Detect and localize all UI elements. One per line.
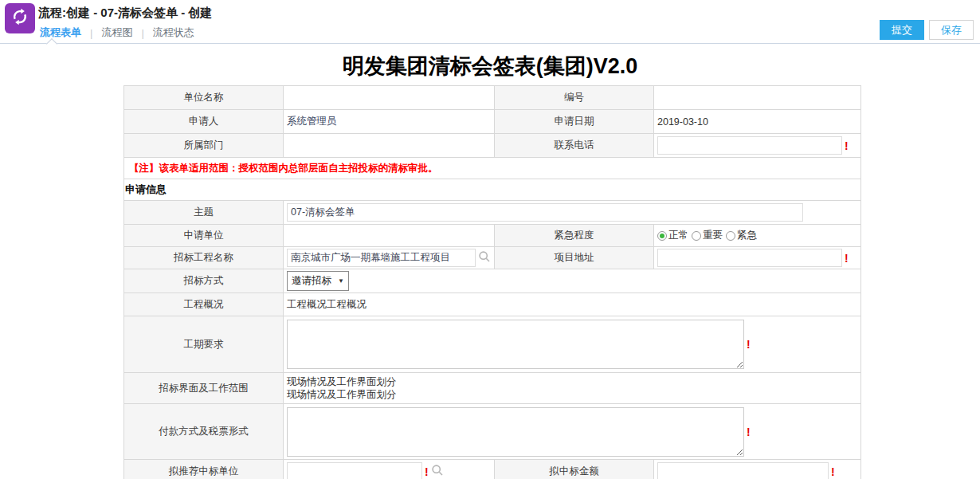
department-value [284, 134, 495, 158]
magnifier-icon[interactable] [478, 250, 491, 265]
table-row: 申请人 系统管理员 申请日期 2019-03-10 [124, 110, 861, 134]
proposed-amount-input[interactable] [657, 462, 829, 479]
radio-label: 正常 [668, 229, 688, 242]
tender-method-label: 招标方式 [124, 269, 284, 293]
subject-input[interactable] [287, 203, 803, 222]
required-mark: ! [845, 253, 849, 264]
submit-button[interactable]: 提交 [880, 20, 924, 40]
tab-process-status[interactable]: 流程状态 [151, 26, 196, 40]
tab-separator: | [90, 27, 92, 39]
table-row: 申请信息 [124, 179, 861, 201]
table-row: 主题 [124, 201, 861, 225]
urgency-option-important[interactable]: 重要 [692, 229, 723, 242]
chevron-down-icon: ▼ [338, 277, 344, 285]
table-row: 工程概况 工程概况工程概况 [124, 293, 861, 316]
required-mark: ! [425, 466, 429, 477]
table-row: 招标工程名称 项目地址 ! [124, 247, 861, 269]
proposed-amount-label: 拟中标金额 [495, 460, 654, 479]
tender-method-select[interactable]: 邀请招标 ▼ [287, 271, 349, 291]
urgency-radio-group: 正常 重要 紧急 [657, 229, 857, 242]
table-row: 单位名称 编号 [124, 86, 861, 110]
apply-date-label: 申请日期 [495, 110, 654, 134]
project-address-label: 项目地址 [495, 247, 654, 269]
project-address-input[interactable] [657, 249, 842, 267]
payment-method-textarea[interactable] [287, 407, 744, 457]
duration-requirement-label: 工期要求 [124, 316, 284, 373]
radio-icon[interactable] [692, 231, 701, 241]
table-row: 【注】该表单适用范围：授权范围内总部层面自主招投标的清标审批。 [124, 158, 861, 179]
applicant-label: 申请人 [124, 110, 284, 134]
unit-name-value [284, 86, 495, 110]
radio-label: 紧急 [737, 229, 757, 242]
magnifier-icon[interactable] [431, 464, 444, 479]
project-overview-value: 工程概况工程概况 [284, 293, 861, 316]
radio-label: 重要 [703, 229, 723, 242]
radio-selected-icon[interactable] [657, 231, 667, 241]
table-row: 付款方式及税票形式 ! [124, 404, 861, 460]
serial-no-label: 编号 [495, 86, 654, 110]
required-mark: ! [747, 426, 751, 438]
applicant-value: 系统管理员 [284, 110, 495, 134]
proposed-winner-input[interactable] [287, 462, 422, 479]
table-row: 拟推荐中标单位 ! 拟中标金额 ! [124, 460, 861, 479]
apply-unit-label: 中请单位 [124, 225, 284, 247]
table-row: 中请单位 紧急程度 正常 重要 紧急 [124, 225, 861, 247]
unit-name-label: 单位名称 [124, 86, 284, 110]
table-row: 工期要求 ! [124, 316, 861, 373]
radio-icon[interactable] [726, 231, 735, 241]
required-mark: ! [831, 466, 835, 477]
project-overview-label: 工程概况 [124, 293, 284, 316]
urgency-option-urgent[interactable]: 紧急 [726, 229, 757, 242]
table-row: 招标界面及工作范围 现场情况及工作界面划分 现场情况及工作界面划分 [124, 373, 861, 404]
workflow-logo [5, 3, 35, 33]
serial-no-value [654, 86, 861, 110]
proposed-winner-label: 拟推荐中标单位 [124, 460, 284, 479]
payment-method-label: 付款方式及税票形式 [124, 404, 284, 460]
tender-project-name-input[interactable] [287, 249, 476, 267]
sync-arrows-icon [10, 6, 30, 30]
tab-process-diagram[interactable]: 流程图 [100, 26, 134, 40]
header-bar: 流程:创建 - 07-清标会签单 - 创建 流程表单 | 流程图 | 流程状态 … [0, 0, 980, 44]
save-button[interactable]: 保存 [929, 20, 974, 40]
header-actions: 提交 保存 [880, 20, 974, 40]
tab-separator: | [141, 27, 143, 39]
tender-scope-line: 现场情况及工作界面划分 [287, 375, 857, 388]
urgency-label: 紧急程度 [495, 225, 654, 247]
form-title: 明发集团清标会签表(集团)V2.0 [0, 44, 980, 85]
tab-process-form[interactable]: 流程表单 [38, 26, 83, 40]
contact-phone-label: 联系电话 [495, 134, 654, 158]
tender-scope-line: 现场情况及工作界面划分 [287, 388, 857, 401]
apply-unit-value [284, 225, 495, 247]
table-row: 所属部门 联系电话 ! [124, 134, 861, 158]
subject-label: 主题 [124, 201, 284, 225]
tab-bar: 流程表单 | 流程图 | 流程状态 [38, 26, 196, 40]
contact-phone-input[interactable] [657, 136, 842, 155]
table-row: 招标方式 邀请招标 ▼ [124, 269, 861, 293]
tender-scope-value: 现场情况及工作界面划分 现场情况及工作界面划分 [287, 375, 857, 402]
required-mark: ! [845, 140, 849, 151]
tender-project-name-label: 招标工程名称 [124, 247, 284, 269]
page-title: 流程:创建 - 07-清标会签单 - 创建 [38, 6, 212, 21]
urgency-option-normal[interactable]: 正常 [657, 229, 688, 242]
selected-option-label: 邀请招标 [292, 274, 331, 288]
sign-off-form-table: 单位名称 编号 申请人 系统管理员 申请日期 2019-03-10 所属部门 联… [123, 85, 861, 479]
duration-requirement-textarea[interactable] [287, 320, 744, 369]
tender-scope-label: 招标界面及工作范围 [124, 373, 284, 404]
department-label: 所属部门 [124, 134, 284, 158]
scope-note: 【注】该表单适用范围：授权范围内总部层面自主招投标的清标审批。 [124, 158, 861, 179]
required-mark: ! [747, 339, 751, 350]
apply-date-value: 2019-03-10 [654, 110, 861, 134]
section-header-application-info: 申请信息 [124, 179, 861, 201]
